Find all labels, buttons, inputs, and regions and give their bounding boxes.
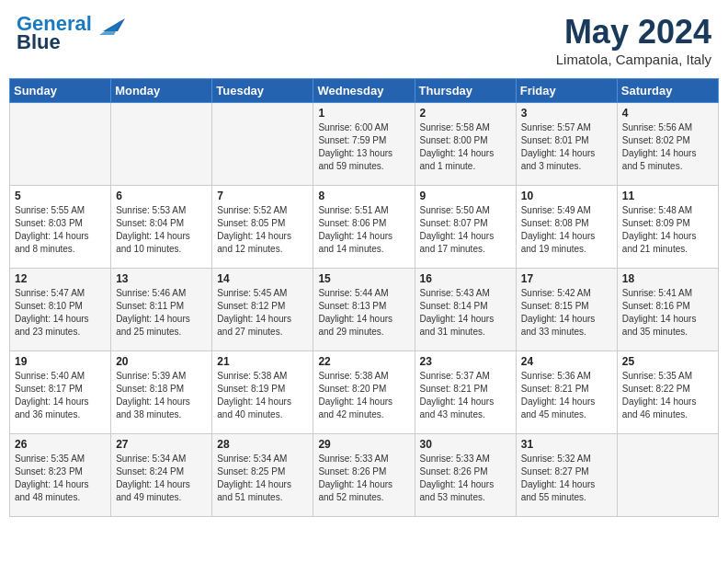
calendar-cell: 1Sunrise: 6:00 AM Sunset: 7:59 PM Daylig… — [313, 103, 415, 186]
day-number: 3 — [521, 107, 612, 120]
calendar-week-row: 1Sunrise: 6:00 AM Sunset: 7:59 PM Daylig… — [10, 103, 719, 186]
day-number: 15 — [318, 272, 409, 285]
header-friday: Friday — [516, 79, 617, 103]
location-text: Limatola, Campania, Italy — [556, 52, 711, 67]
calendar-cell: 6Sunrise: 5:53 AM Sunset: 8:04 PM Daylig… — [111, 186, 212, 269]
day-number: 18 — [622, 272, 713, 285]
day-number: 2 — [420, 107, 511, 120]
calendar-cell: 20Sunrise: 5:39 AM Sunset: 8:18 PM Dayli… — [111, 351, 212, 434]
day-content: Sunrise: 5:41 AM Sunset: 8:16 PM Dayligh… — [622, 287, 713, 339]
calendar-cell: 13Sunrise: 5:46 AM Sunset: 8:11 PM Dayli… — [111, 269, 212, 351]
logo: General Blue — [17, 13, 125, 53]
calendar-cell: 19Sunrise: 5:40 AM Sunset: 8:17 PM Dayli… — [10, 351, 111, 434]
calendar-cell: 7Sunrise: 5:52 AM Sunset: 8:05 PM Daylig… — [212, 186, 313, 269]
day-number: 24 — [521, 355, 612, 368]
calendar-cell: 11Sunrise: 5:48 AM Sunset: 8:09 PM Dayli… — [617, 186, 718, 269]
day-content: Sunrise: 5:32 AM Sunset: 8:27 PM Dayligh… — [521, 453, 612, 504]
day-number: 25 — [622, 355, 713, 368]
day-number: 29 — [318, 438, 409, 451]
calendar-cell: 28Sunrise: 5:34 AM Sunset: 8:25 PM Dayli… — [212, 434, 313, 517]
calendar-cell: 27Sunrise: 5:34 AM Sunset: 8:24 PM Dayli… — [111, 434, 212, 517]
day-content: Sunrise: 5:52 AM Sunset: 8:05 PM Dayligh… — [217, 204, 308, 256]
day-content: Sunrise: 6:00 AM Sunset: 7:59 PM Dayligh… — [318, 121, 409, 173]
day-number: 14 — [217, 272, 308, 285]
day-content: Sunrise: 5:35 AM Sunset: 8:22 PM Dayligh… — [622, 370, 713, 421]
day-number: 21 — [217, 355, 308, 368]
calendar-cell: 17Sunrise: 5:42 AM Sunset: 8:15 PM Dayli… — [516, 269, 617, 351]
calendar-cell: 14Sunrise: 5:45 AM Sunset: 8:12 PM Dayli… — [212, 269, 313, 351]
day-number: 27 — [116, 438, 207, 451]
day-content: Sunrise: 5:50 AM Sunset: 8:07 PM Dayligh… — [420, 204, 511, 256]
calendar-cell: 26Sunrise: 5:35 AM Sunset: 8:23 PM Dayli… — [10, 434, 111, 517]
calendar-cell: 18Sunrise: 5:41 AM Sunset: 8:16 PM Dayli… — [617, 269, 718, 351]
day-number: 1 — [318, 107, 409, 120]
day-content: Sunrise: 5:40 AM Sunset: 8:17 PM Dayligh… — [15, 370, 106, 421]
day-number: 16 — [420, 272, 511, 285]
day-content: Sunrise: 5:46 AM Sunset: 8:11 PM Dayligh… — [116, 287, 207, 339]
day-content: Sunrise: 5:49 AM Sunset: 8:08 PM Dayligh… — [521, 204, 612, 256]
calendar-cell: 5Sunrise: 5:55 AM Sunset: 8:03 PM Daylig… — [10, 186, 111, 269]
day-content: Sunrise: 5:48 AM Sunset: 8:09 PM Dayligh… — [622, 204, 713, 256]
calendar-cell — [10, 103, 111, 186]
day-content: Sunrise: 5:38 AM Sunset: 8:20 PM Dayligh… — [318, 370, 409, 421]
day-number: 13 — [116, 272, 207, 285]
day-number: 8 — [318, 190, 409, 202]
calendar-week-row: 19Sunrise: 5:40 AM Sunset: 8:17 PM Dayli… — [10, 351, 719, 434]
header-monday: Monday — [111, 79, 212, 103]
day-number: 10 — [521, 190, 612, 202]
calendar-cell: 16Sunrise: 5:43 AM Sunset: 8:14 PM Dayli… — [415, 269, 516, 351]
day-number: 23 — [420, 355, 511, 368]
day-number: 9 — [420, 190, 511, 202]
calendar-cell: 30Sunrise: 5:33 AM Sunset: 8:26 PM Dayli… — [415, 434, 516, 517]
calendar-cell: 10Sunrise: 5:49 AM Sunset: 8:08 PM Dayli… — [516, 186, 617, 269]
day-number: 6 — [116, 190, 207, 202]
calendar-cell: 15Sunrise: 5:44 AM Sunset: 8:13 PM Dayli… — [313, 269, 415, 351]
calendar-cell: 31Sunrise: 5:32 AM Sunset: 8:27 PM Dayli… — [516, 434, 617, 517]
day-number: 4 — [622, 107, 713, 120]
day-number: 20 — [116, 355, 207, 368]
calendar-week-row: 5Sunrise: 5:55 AM Sunset: 8:03 PM Daylig… — [10, 186, 719, 269]
calendar-table: SundayMondayTuesdayWednesdayThursdayFrid… — [9, 78, 719, 517]
calendar-cell — [617, 434, 718, 517]
header-thursday: Thursday — [415, 79, 516, 103]
day-number: 17 — [521, 272, 612, 285]
day-content: Sunrise: 5:33 AM Sunset: 8:26 PM Dayligh… — [318, 453, 409, 504]
day-content: Sunrise: 5:57 AM Sunset: 8:01 PM Dayligh… — [521, 121, 612, 173]
day-content: Sunrise: 5:55 AM Sunset: 8:03 PM Dayligh… — [15, 204, 106, 256]
calendar-cell: 8Sunrise: 5:51 AM Sunset: 8:06 PM Daylig… — [313, 186, 415, 269]
day-content: Sunrise: 5:39 AM Sunset: 8:18 PM Dayligh… — [116, 370, 207, 421]
day-content: Sunrise: 5:42 AM Sunset: 8:15 PM Dayligh… — [521, 287, 612, 339]
day-content: Sunrise: 5:58 AM Sunset: 8:00 PM Dayligh… — [420, 121, 511, 173]
calendar-header-row: SundayMondayTuesdayWednesdayThursdayFrid… — [10, 79, 719, 103]
day-number: 12 — [15, 272, 106, 285]
day-content: Sunrise: 5:53 AM Sunset: 8:04 PM Dayligh… — [116, 204, 207, 256]
day-number: 19 — [15, 355, 106, 368]
header-saturday: Saturday — [617, 79, 718, 103]
calendar-cell: 4Sunrise: 5:56 AM Sunset: 8:02 PM Daylig… — [617, 103, 718, 186]
day-number: 26 — [15, 438, 106, 451]
day-number: 30 — [420, 438, 511, 451]
day-content: Sunrise: 5:43 AM Sunset: 8:14 PM Dayligh… — [420, 287, 511, 339]
calendar-cell: 9Sunrise: 5:50 AM Sunset: 8:07 PM Daylig… — [415, 186, 516, 269]
calendar-cell: 21Sunrise: 5:38 AM Sunset: 8:19 PM Dayli… — [212, 351, 313, 434]
calendar-cell: 29Sunrise: 5:33 AM Sunset: 8:26 PM Dayli… — [313, 434, 415, 517]
page-header: General Blue May 2024 Limatola, Campania… — [9, 9, 719, 71]
title-section: May 2024 Limatola, Campania, Italy — [556, 13, 711, 67]
day-number: 22 — [318, 355, 409, 368]
calendar-cell — [212, 103, 313, 186]
day-content: Sunrise: 5:34 AM Sunset: 8:25 PM Dayligh… — [217, 453, 308, 504]
calendar-cell: 24Sunrise: 5:36 AM Sunset: 8:21 PM Dayli… — [516, 351, 617, 434]
day-content: Sunrise: 5:45 AM Sunset: 8:12 PM Dayligh… — [217, 287, 308, 339]
calendar-cell: 22Sunrise: 5:38 AM Sunset: 8:20 PM Dayli… — [313, 351, 415, 434]
header-sunday: Sunday — [10, 79, 111, 103]
calendar-week-row: 12Sunrise: 5:47 AM Sunset: 8:10 PM Dayli… — [10, 269, 719, 351]
day-content: Sunrise: 5:35 AM Sunset: 8:23 PM Dayligh… — [15, 453, 106, 504]
day-content: Sunrise: 5:37 AM Sunset: 8:21 PM Dayligh… — [420, 370, 511, 421]
day-content: Sunrise: 5:56 AM Sunset: 8:02 PM Dayligh… — [622, 121, 713, 173]
calendar-cell — [111, 103, 212, 186]
day-number: 31 — [521, 438, 612, 451]
calendar-cell: 3Sunrise: 5:57 AM Sunset: 8:01 PM Daylig… — [516, 103, 617, 186]
day-content: Sunrise: 5:34 AM Sunset: 8:24 PM Dayligh… — [116, 453, 207, 504]
month-title: May 2024 — [556, 13, 711, 52]
day-number: 7 — [217, 190, 308, 202]
